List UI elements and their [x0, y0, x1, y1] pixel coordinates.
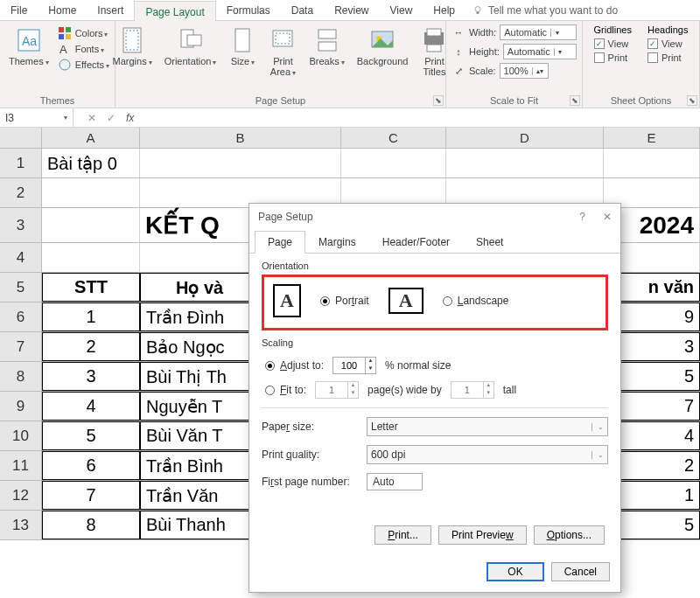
row-header[interactable]: 13	[0, 511, 42, 539]
table-cell[interactable]: 5	[42, 421, 140, 450]
portrait-radio[interactable]: Portrait	[320, 295, 369, 307]
dialog-help-icon[interactable]: ?	[579, 211, 585, 223]
fit-tall-input[interactable]	[452, 382, 483, 398]
row-header[interactable]: 9	[0, 392, 42, 421]
cell[interactable]	[604, 149, 700, 177]
enter-formula-icon[interactable]: ✓	[107, 112, 116, 124]
cell[interactable]	[341, 149, 446, 177]
dialog-tab-margins[interactable]: Margins	[305, 231, 369, 254]
adjust-to-radio[interactable]: Adjust to:	[265, 359, 324, 372]
cell[interactable]	[140, 149, 341, 177]
tab-file[interactable]: File	[0, 0, 38, 21]
row-header[interactable]: 7	[0, 332, 42, 361]
table-cell[interactable]: 7	[42, 481, 140, 510]
print-preview-button[interactable]: Print Preview	[438, 525, 527, 545]
fit-wide-input[interactable]	[316, 382, 347, 398]
row-header[interactable]: 10	[0, 421, 42, 450]
paper-size-select[interactable]: Letter⌄	[367, 417, 608, 436]
background-label: Background	[357, 56, 409, 66]
paper-size-value: Letter	[371, 421, 398, 433]
cell[interactable]	[42, 243, 140, 272]
column-header-e[interactable]: E	[604, 128, 700, 148]
cell[interactable]: Bài tập 0	[42, 149, 140, 177]
name-box[interactable]: I3▾	[0, 108, 74, 127]
margins-button[interactable]: Margins	[109, 24, 156, 69]
fit-tall-spin[interactable]: ▲▼	[451, 381, 494, 399]
dialog-tab-header-footer[interactable]: Header/Footer	[369, 231, 463, 254]
table-cell[interactable]: 6	[42, 451, 140, 480]
sheet-options-dialog-launcher[interactable]: ⬊	[687, 95, 697, 106]
effects-button[interactable]: Effects	[58, 58, 109, 72]
tab-insert[interactable]: Insert	[87, 0, 134, 21]
headings-view-checkbox[interactable]: View	[648, 38, 688, 49]
width-combo[interactable]: Automatic▾	[500, 24, 577, 40]
tab-formulas[interactable]: Formulas	[216, 0, 281, 21]
background-button[interactable]: Background	[354, 24, 412, 68]
column-header-b[interactable]: B	[140, 128, 341, 148]
scale-spin[interactable]: 100%▴▾	[500, 63, 549, 79]
themes-button[interactable]: Aa Themes	[5, 24, 52, 69]
adjust-to-spin[interactable]: ▲▼	[332, 357, 376, 374]
gridlines-print-checkbox[interactable]: Print	[594, 52, 632, 63]
breaks-button[interactable]: Breaks	[305, 24, 347, 69]
landscape-radio[interactable]: Landscape	[443, 295, 509, 307]
fonts-button[interactable]: AFonts	[58, 42, 109, 56]
select-all-corner[interactable]	[0, 128, 42, 148]
table-cell[interactable]: 8	[42, 511, 140, 539]
fx-icon[interactable]: fx	[126, 112, 134, 124]
tab-review[interactable]: Review	[324, 0, 379, 21]
dialog-tab-sheet[interactable]: Sheet	[463, 231, 516, 254]
height-combo[interactable]: Automatic▾	[503, 44, 577, 59]
table-header[interactable]: STT	[42, 273, 140, 302]
margins-label: Margins	[113, 56, 152, 67]
row-header[interactable]: 2	[0, 178, 42, 207]
tab-home[interactable]: Home	[38, 0, 87, 21]
fit-wide-spin[interactable]: ▲▼	[315, 381, 359, 399]
column-header-c[interactable]: C	[341, 128, 446, 148]
print-area-button[interactable]: Print Area	[265, 24, 300, 80]
svg-rect-18	[318, 42, 336, 51]
page-setup-dialog-launcher[interactable]: ⬊	[433, 95, 444, 106]
cancel-button[interactable]: Cancel	[551, 562, 610, 581]
scale-dialog-launcher[interactable]: ⬊	[570, 95, 580, 106]
tab-view[interactable]: View	[380, 0, 424, 21]
tell-me-search[interactable]: Tell me what you want to do	[472, 4, 618, 17]
row-header[interactable]: 12	[0, 481, 42, 510]
size-button[interactable]: Size	[225, 24, 260, 69]
row-header[interactable]: 11	[0, 451, 42, 480]
colors-button[interactable]: Colors	[58, 26, 109, 40]
table-cell[interactable]: 2	[42, 332, 140, 361]
fit-to-radio[interactable]: Fit to:	[265, 384, 306, 396]
tab-page-layout[interactable]: Page Layout	[134, 1, 215, 22]
cell[interactable]	[42, 178, 140, 207]
row-header[interactable]: 4	[0, 243, 42, 272]
first-page-input[interactable]: Auto	[367, 473, 423, 490]
tab-help[interactable]: Help	[423, 0, 466, 21]
row-header[interactable]: 6	[0, 302, 42, 331]
headings-print-checkbox[interactable]: Print	[648, 52, 688, 63]
column-header-d[interactable]: D	[446, 128, 604, 148]
tab-data[interactable]: Data	[281, 0, 324, 21]
dialog-close-icon[interactable]: ✕	[603, 211, 612, 223]
row-header[interactable]: 8	[0, 362, 42, 391]
row-header[interactable]: 5	[0, 273, 42, 302]
print-button[interactable]: Print...	[374, 525, 431, 545]
table-cell[interactable]: 4	[42, 392, 140, 421]
table-cell[interactable]: 3	[42, 362, 140, 391]
svg-text:A: A	[60, 43, 67, 56]
column-header-a[interactable]: A	[42, 128, 140, 148]
cell[interactable]	[42, 208, 140, 242]
cell[interactable]	[446, 149, 604, 177]
cancel-formula-icon[interactable]: ✕	[88, 112, 96, 124]
gridlines-view-label: View	[608, 38, 629, 49]
row-header[interactable]: 3	[0, 208, 42, 242]
print-quality-select[interactable]: 600 dpi⌄	[367, 445, 608, 464]
dialog-tab-page[interactable]: Page	[255, 231, 305, 254]
adjust-to-input[interactable]	[333, 358, 365, 373]
ok-button[interactable]: OK	[486, 562, 543, 581]
options-button[interactable]: Options...	[534, 525, 605, 545]
gridlines-view-checkbox[interactable]: View	[594, 38, 632, 49]
table-cell[interactable]: 1	[42, 302, 140, 331]
orientation-button[interactable]: Orientation	[161, 24, 220, 69]
row-header[interactable]: 1	[0, 149, 42, 177]
